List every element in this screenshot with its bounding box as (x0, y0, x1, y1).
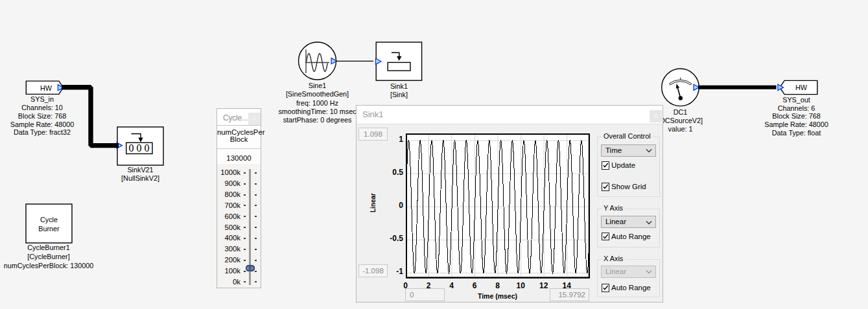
svg-text:DC1: DC1 (674, 108, 688, 116)
svg-text:Data Type: float: Data Type: float (772, 129, 821, 137)
svg-text:Sine1: Sine1 (309, 82, 327, 89)
svg-text:Channels: 10: Channels: 10 (21, 104, 63, 111)
svg-text:SYS_in: SYS_in (30, 95, 54, 103)
svg-text:[Sink]: [Sink] (390, 91, 408, 98)
svg-text:numCyclesPerBlock: 130000: numCyclesPerBlock: 130000 (4, 262, 94, 269)
svg-text:Block Size: 768: Block Size: 768 (18, 112, 66, 120)
svg-text:Cycle: Cycle (40, 216, 58, 223)
svg-text:smoothingTime: 10 msec: smoothingTime: 10 msec (278, 108, 357, 115)
svg-text:Channels: 6: Channels: 6 (778, 104, 815, 112)
svg-text:Sample Rate: 48000: Sample Rate: 48000 (10, 120, 74, 128)
svg-text:freq: 1000 Hz: freq: 1000 Hz (296, 99, 338, 107)
svg-text:CycleBurner1: CycleBurner1 (27, 244, 69, 251)
svg-text:Block Size: 768: Block Size: 768 (772, 112, 820, 120)
svg-text:[SineSmoothedGen]: [SineSmoothedGen] (286, 90, 349, 98)
svg-text:[DCSourceV2]: [DCSourceV2] (658, 117, 703, 124)
svg-text:[CycleBurner]: [CycleBurner] (27, 253, 69, 260)
svg-text:Sink1: Sink1 (390, 82, 408, 90)
svg-text:0 0 0: 0 0 0 (129, 143, 150, 154)
svg-text:HW: HW (795, 84, 808, 91)
svg-text:value: 1: value: 1 (668, 125, 693, 133)
svg-text:startPhase: 0 degrees: startPhase: 0 degrees (283, 116, 352, 124)
svg-text:HW: HW (40, 84, 53, 92)
svg-text:Burner: Burner (38, 225, 60, 233)
svg-text:SYS_out: SYS_out (782, 96, 810, 104)
svg-text:SinkV21: SinkV21 (127, 166, 153, 174)
svg-text:[NullSinkV2]: [NullSinkV2] (121, 174, 159, 182)
svg-text:Data Type: fract32: Data Type: fract32 (14, 128, 71, 136)
svg-text:Sample Rate: 48000: Sample Rate: 48000 (764, 120, 828, 128)
